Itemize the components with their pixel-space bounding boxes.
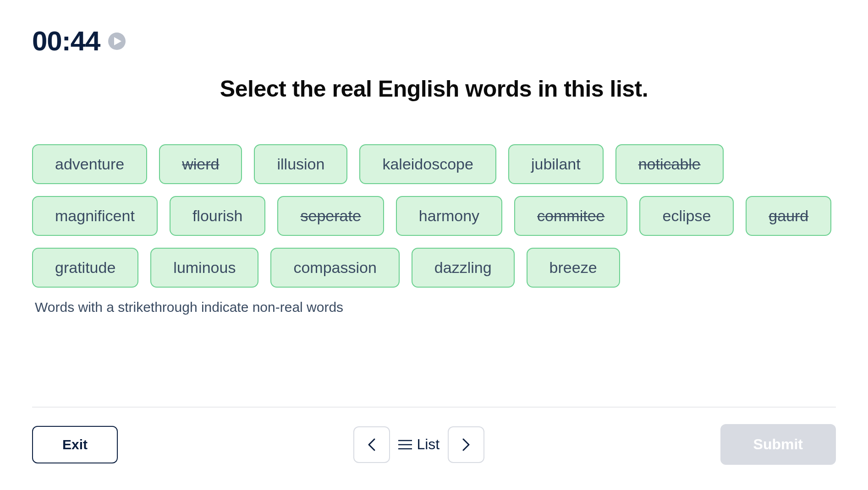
word-chip[interactable]: adventure — [32, 144, 147, 184]
question-title: Select the real English words in this li… — [0, 76, 868, 102]
word-chip[interactable]: noticable — [615, 144, 724, 184]
word-chip[interactable]: gaurd — [746, 196, 831, 236]
list-label: List — [417, 436, 439, 453]
footer-divider — [32, 407, 836, 408]
hint-text: Words with a strikethrough indicate non-… — [35, 299, 343, 315]
word-chip[interactable]: harmony — [396, 196, 502, 236]
word-chip[interactable]: jubilant — [508, 144, 604, 184]
chevron-right-icon — [462, 438, 470, 452]
word-grid: adventurewierdillusionkaleidoscopejubila… — [32, 144, 836, 315]
list-button[interactable]: List — [398, 436, 439, 453]
word-chip[interactable]: gratitude — [32, 248, 138, 288]
word-chip[interactable]: commitee — [514, 196, 627, 236]
word-chip[interactable]: eclipse — [639, 196, 734, 236]
submit-button[interactable]: Submit — [720, 424, 836, 465]
exit-button[interactable]: Exit — [32, 426, 118, 463]
word-chip[interactable]: magnificent — [32, 196, 158, 236]
nav-center: List — [353, 426, 484, 463]
list-icon — [398, 439, 412, 450]
play-icon[interactable] — [108, 33, 126, 50]
prev-button[interactable] — [353, 426, 390, 463]
footer: Exit List Submit — [32, 424, 836, 465]
word-chip[interactable]: luminous — [150, 248, 258, 288]
word-chip[interactable]: compassion — [270, 248, 399, 288]
word-chip[interactable]: seperate — [277, 196, 384, 236]
word-chip[interactable]: dazzling — [412, 248, 515, 288]
chevron-left-icon — [368, 438, 376, 452]
word-chip[interactable]: flourish — [170, 196, 266, 236]
next-button[interactable] — [448, 426, 484, 463]
word-chip[interactable]: kaleidoscope — [359, 144, 496, 184]
word-chip[interactable]: breeze — [527, 248, 620, 288]
word-chip[interactable]: illusion — [254, 144, 347, 184]
timer-display: 00:44 — [32, 25, 100, 57]
word-chip[interactable]: wierd — [159, 144, 242, 184]
